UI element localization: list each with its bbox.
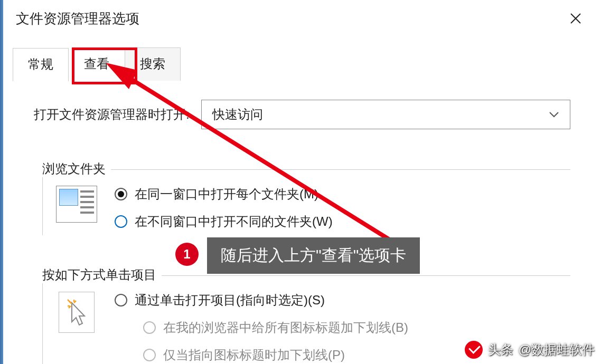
radio-icon (115, 188, 127, 200)
click-icon-col (53, 289, 100, 333)
tab-row: 常规 查看 搜索 (13, 47, 591, 81)
tabs-container: 常规 查看 搜索 打开文件资源管理器时打开: 快速访问 浏览文件夹 (13, 47, 591, 364)
browse-folders-group: 浏览文件夹 在同一窗口中打开每个文件夹(M) (42, 148, 570, 235)
watermark-prefix: 头条 (488, 341, 513, 358)
titlebar: 文件资源管理器选项 (3, 0, 601, 37)
annotation-step-badge: 1 (175, 243, 199, 266)
browse-folders-legend: 浏览文件夹 (42, 161, 106, 176)
tab-view[interactable]: 查看 (69, 47, 125, 81)
open-with-label: 打开文件资源管理器时打开: (34, 106, 190, 123)
radio-diff-window-label: 在不同窗口中打开不同的文件夹(W) (135, 213, 333, 230)
close-button[interactable] (563, 6, 588, 31)
chevron-down-icon (549, 109, 559, 120)
radio-icon (143, 321, 156, 334)
tab-general[interactable]: 常规 (13, 48, 69, 81)
annotation-callout: 随后进入上方"查看"选项卡 (207, 237, 420, 274)
folder-window-icon (56, 186, 97, 223)
open-with-row: 打开文件资源管理器时打开: 快速访问 (34, 100, 570, 129)
open-with-selected: 快速访问 (212, 106, 263, 123)
dialog-window: 文件资源管理器选项 常规 查看 搜索 打开文件资源管理器时打开: 快速访问 (3, 0, 601, 364)
radio-icon (115, 294, 127, 306)
radio-same-window-label: 在同一窗口中打开每个文件夹(M) (135, 186, 318, 203)
radio-icon (115, 215, 127, 228)
radio-same-window[interactable]: 在同一窗口中打开每个文件夹(M) (115, 186, 560, 203)
radio-underline-all-label: 在我的浏览器中给所有图标标题加下划线(B) (163, 319, 408, 336)
radio-diff-window[interactable]: 在不同窗口中打开不同的文件夹(W) (115, 213, 560, 230)
watermark-text: @数据蛙软件 (519, 341, 595, 358)
watermark: 头条 @数据蛙软件 (465, 341, 595, 359)
watermark-icon (465, 341, 483, 359)
radio-underline-point-label: 仅当指向图标标题时加下划线(P) (163, 347, 345, 363)
cursor-click-icon (59, 292, 95, 333)
radio-icon (143, 349, 156, 361)
click-items-legend: 按如下方式单击项目 (42, 267, 156, 282)
radio-single-click-label: 通过单击打开项目(指向时选定)(S) (135, 292, 325, 309)
radio-underline-all[interactable]: 在我的浏览器中给所有图标标题加下划线(B) (115, 319, 560, 336)
close-icon (570, 13, 581, 24)
radio-single-click[interactable]: 通过单击打开项目(指向时选定)(S) (115, 292, 560, 309)
tab-content-general: 打开文件资源管理器时打开: 快速访问 浏览文件夹 (13, 81, 591, 364)
browse-icon-col (53, 183, 100, 223)
open-with-dropdown[interactable]: 快速访问 (201, 100, 570, 129)
window-title: 文件资源管理器选项 (16, 9, 139, 28)
tab-search[interactable]: 搜索 (125, 47, 181, 81)
